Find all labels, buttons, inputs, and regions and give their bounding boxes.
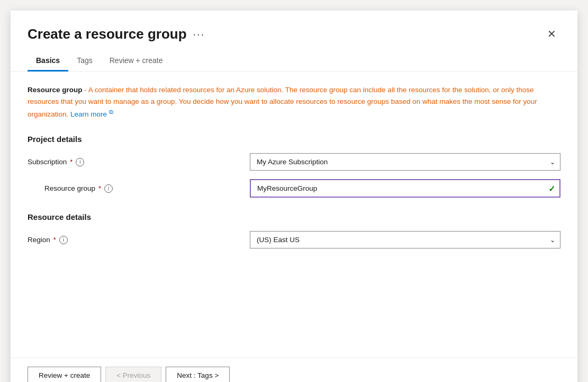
resource-group-info-icon[interactable]: i xyxy=(104,184,113,193)
review-create-button[interactable]: Review + create xyxy=(28,367,101,382)
close-button[interactable]: ✕ xyxy=(543,25,560,42)
subscription-select[interactable]: My Azure Subscription xyxy=(250,153,560,171)
region-select[interactable]: (US) East US (US) West US (Europe) West … xyxy=(250,231,560,248)
previous-button[interactable]: < Previous xyxy=(105,367,161,382)
dialog-title: Create a resource group xyxy=(28,26,187,42)
resource-group-input-wrapper: ✓ xyxy=(250,179,560,198)
project-details-section: Project details Subscription * i My Azur… xyxy=(28,135,560,198)
region-control: (US) East US (US) West US (Europe) West … xyxy=(250,231,560,248)
resource-group-input[interactable] xyxy=(250,179,560,198)
project-details-title: Project details xyxy=(28,135,560,144)
region-label: Region xyxy=(28,236,50,244)
dialog-body: Resource group - A container that holds … xyxy=(11,72,577,358)
region-row: Region * i (US) East US (US) West US (Eu… xyxy=(28,231,560,248)
tab-tags[interactable]: Tags xyxy=(68,51,101,72)
next-label: Next : Tags > xyxy=(177,371,219,379)
resource-group-control: ✓ xyxy=(250,179,560,198)
region-info-icon[interactable]: i xyxy=(59,236,68,244)
description-bold: Resource group xyxy=(28,86,83,94)
dialog-menu-icon[interactable]: ··· xyxy=(193,28,205,40)
subscription-row: Subscription * i My Azure Subscription ⌄ xyxy=(28,153,560,171)
previous-label: < Previous xyxy=(116,371,150,379)
dialog-title-area: Create a resource group ··· xyxy=(28,26,205,42)
review-create-label: Review + create xyxy=(39,371,90,379)
region-required-star: * xyxy=(53,236,56,244)
dialog-header: Create a resource group ··· ✕ xyxy=(11,11,577,51)
description-paragraph: Resource group - A container that holds … xyxy=(28,84,560,120)
region-label-area: Region * i xyxy=(28,236,250,244)
subscription-required-star: * xyxy=(70,158,73,166)
tab-basics[interactable]: Basics xyxy=(28,51,68,72)
resource-group-row: Resource group * i ✓ xyxy=(28,179,560,198)
resource-details-section: Resource details Region * i (US) East US… xyxy=(28,212,560,248)
subscription-info-icon[interactable]: i xyxy=(76,158,84,166)
resource-details-title: Resource details xyxy=(28,212,560,221)
resource-group-label-area: Resource group * i xyxy=(28,184,250,193)
close-icon: ✕ xyxy=(547,28,556,40)
tab-review-create[interactable]: Review + create xyxy=(101,51,171,72)
resource-group-required-star: * xyxy=(98,184,101,192)
external-link-icon: ⧉ xyxy=(109,108,113,114)
subscription-label: Subscription xyxy=(28,158,67,166)
region-select-wrapper: (US) East US (US) West US (Europe) West … xyxy=(250,231,560,248)
resource-group-label: Resource group xyxy=(44,184,95,192)
tabs-bar: Basics Tags Review + create xyxy=(11,51,577,72)
dialog-footer: Review + create < Previous Next : Tags > xyxy=(11,358,577,382)
subscription-select-wrapper: My Azure Subscription ⌄ xyxy=(250,153,560,171)
subscription-label-area: Subscription * i xyxy=(28,158,250,166)
resource-group-check-icon: ✓ xyxy=(548,183,555,193)
next-button[interactable]: Next : Tags > xyxy=(166,367,230,382)
subscription-control: My Azure Subscription ⌄ xyxy=(250,153,560,171)
create-resource-group-dialog: Create a resource group ··· ✕ Basics Tag… xyxy=(11,11,577,382)
learn-more-label: Learn more xyxy=(70,110,107,118)
learn-more-link[interactable]: Learn more ⧉ xyxy=(70,110,113,118)
